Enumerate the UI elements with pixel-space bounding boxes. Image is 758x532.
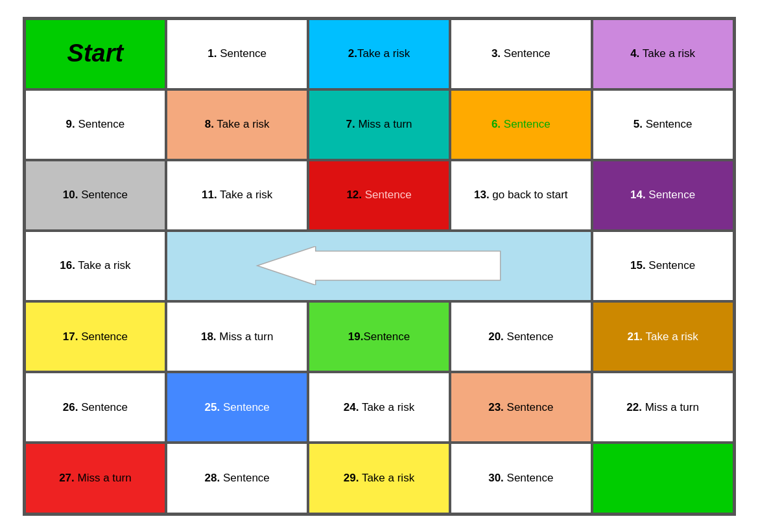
cell-24: 24. Take a risk <box>308 372 450 443</box>
cell-18-text: 18. Miss a turn <box>201 330 274 344</box>
cell-3-text: 3. Sentence <box>492 47 551 61</box>
cell-17-text: 17. Sentence <box>63 330 128 344</box>
cell-1-text: 1. Sentence <box>207 47 266 61</box>
finish-cell <box>592 443 734 513</box>
cell-21: 21. Take a risk <box>592 301 734 372</box>
cell-20: 20. Sentence <box>450 301 592 372</box>
cell-24-text: 24. Take a risk <box>344 400 414 415</box>
arrow-cell <box>166 231 591 301</box>
cell-27-text: 27. Miss a turn <box>59 471 132 485</box>
cell-27: 27. Miss a turn <box>25 443 167 513</box>
start-cell: Start <box>25 19 167 89</box>
cell-18: 18. Miss a turn <box>166 301 308 372</box>
cell-17: 17. Sentence <box>25 301 167 372</box>
cell-23: 23. Sentence <box>450 372 592 443</box>
cell-5-text: 5. Sentence <box>634 117 693 132</box>
cell-2: 2.Take a risk <box>308 19 450 89</box>
cell-15: 15. Sentence <box>592 231 734 301</box>
cell-11-text: 11. Take a risk <box>202 188 272 202</box>
cell-11: 11. Take a risk <box>166 160 308 231</box>
cell-1: 1. Sentence <box>166 19 308 89</box>
cell-25-text: 25. Sentence <box>205 400 270 415</box>
cell-7-text: 7. Miss a turn <box>346 117 412 132</box>
cell-19-text: 19.Sentence <box>348 330 410 344</box>
cell-22: 22. Miss a turn <box>592 372 734 443</box>
cell-26: 26. Sentence <box>25 372 167 443</box>
cell-9: 9. Sentence <box>25 89 167 160</box>
cell-9-text: 9. Sentence <box>66 117 125 132</box>
cell-16: 16. Take a risk <box>25 231 167 301</box>
cell-4-text: 4. Take a risk <box>630 47 695 61</box>
cell-5: 5. Sentence <box>592 89 734 160</box>
cell-7: 7. Miss a turn <box>308 89 450 160</box>
cell-10-text: 10. Sentence <box>63 188 128 202</box>
cell-12-text: 12. Sentence <box>346 188 411 202</box>
cell-14-text: 14. Sentence <box>630 188 695 202</box>
cell-30: 30. Sentence <box>450 443 592 513</box>
cell-8: 8. Take a risk <box>166 89 308 160</box>
cell-29-text: 29. Take a risk <box>344 471 414 485</box>
cell-16-text: 16. Take a risk <box>60 259 130 273</box>
cell-26-text: 26. Sentence <box>63 400 128 415</box>
cell-2-text: 2.Take a risk <box>348 47 410 61</box>
cell-25: 25. Sentence <box>166 372 308 443</box>
cell-8-text: 8. Take a risk <box>205 117 270 132</box>
cell-4: 4. Take a risk <box>592 19 734 89</box>
cell-28: 28. Sentence <box>166 443 308 513</box>
start-label: Start <box>67 38 124 69</box>
cell-21-text: 21. Take a risk <box>627 330 698 344</box>
cell-29: 29. Take a risk <box>308 443 450 513</box>
cell-3: 3. Sentence <box>450 19 592 89</box>
cell-23-text: 23. Sentence <box>488 400 553 415</box>
cell-28-text: 28. Sentence <box>205 471 270 485</box>
cell-14: 14. Sentence <box>592 160 734 231</box>
cell-6-text: 6. Sentence <box>492 117 551 132</box>
cell-13: 13. go back to start <box>450 160 592 231</box>
cell-6: 6. Sentence <box>450 89 592 160</box>
cell-15-text: 15. Sentence <box>630 259 695 273</box>
cell-30-text: 30. Sentence <box>488 471 553 485</box>
cell-12: 12. Sentence <box>308 160 450 231</box>
cell-20-text: 20. Sentence <box>488 330 553 344</box>
game-board: Start 1. Sentence 2.Take a risk 3. Sente… <box>23 17 736 516</box>
direction-arrow-icon <box>172 246 585 285</box>
cell-19: 19.Sentence <box>308 301 450 372</box>
svg-marker-0 <box>257 246 501 285</box>
cell-22-text: 22. Miss a turn <box>626 400 699 415</box>
cell-13-text: 13. go back to start <box>474 188 568 202</box>
cell-10: 10. Sentence <box>25 160 167 231</box>
